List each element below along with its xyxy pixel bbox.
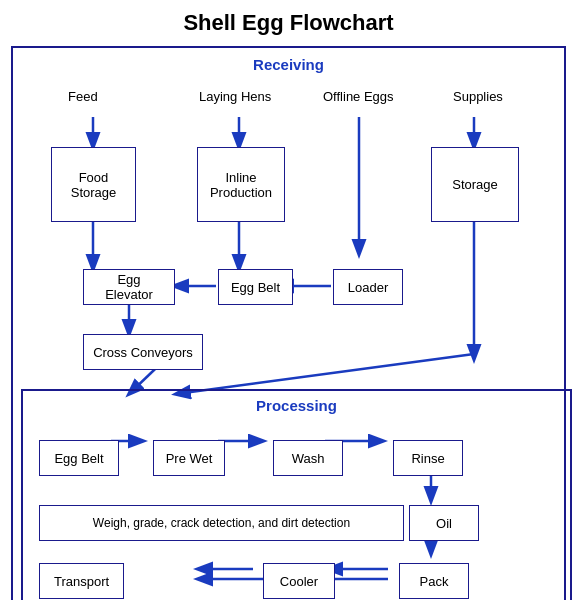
page-title: Shell Egg Flowchart <box>10 10 567 36</box>
storage-node: Storage <box>431 147 519 222</box>
processing-box: Processing <box>21 389 572 600</box>
egg-belt-proc-node: Egg Belt <box>39 440 119 476</box>
inline-production-node: Inline Production <box>197 147 285 222</box>
offline-eggs-label: Offline Eggs <box>323 89 394 104</box>
receiving-label: Receiving <box>21 56 556 73</box>
transport-node: Transport <box>39 563 124 599</box>
pack-node: Pack <box>399 563 469 599</box>
processing-label: Processing <box>31 397 562 414</box>
pre-wet-node: Pre Wet <box>153 440 225 476</box>
food-storage-node: Food Storage <box>51 147 136 222</box>
loader-node: Loader <box>333 269 403 305</box>
oil-node: Oil <box>409 505 479 541</box>
top-section: Feed Laying Hens Offline Eggs Supplies F… <box>21 79 572 389</box>
wash-node: Wash <box>273 440 343 476</box>
outer-box: Receiving <box>11 46 566 600</box>
egg-belt-top-node: Egg Belt <box>218 269 293 305</box>
laying-hens-label: Laying Hens <box>199 89 271 104</box>
cooler-node: Cooler <box>263 563 335 599</box>
cross-conveyors-node: Cross Conveyors <box>83 334 203 370</box>
weigh-grade-node: Weigh, grade, crack detection, and dirt … <box>39 505 404 541</box>
egg-elevator-node: Egg Elevator <box>83 269 175 305</box>
feed-label: Feed <box>68 89 98 104</box>
svg-line-11 <box>176 354 474 394</box>
supplies-label: Supplies <box>453 89 503 104</box>
rinse-node: Rinse <box>393 440 463 476</box>
